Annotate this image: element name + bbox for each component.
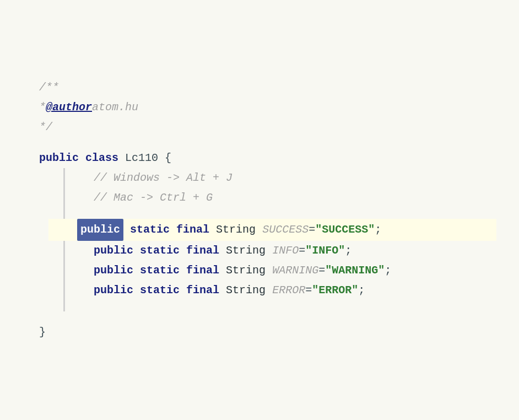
error-eq: = [305, 281, 312, 300]
error-varname: ERROR [272, 281, 305, 300]
error-line: public static final String ERROR = "ERRO… [65, 281, 480, 300]
success-eq: = [309, 220, 315, 240]
success-line: public static final String SUCCESS = "SU… [48, 219, 496, 241]
error-type: String [226, 281, 266, 300]
class-public-keyword: public [39, 148, 79, 168]
comment-open: /** [39, 78, 59, 98]
warning-value: "WARNING" [325, 261, 385, 281]
comment-author-value: atom.hu [92, 98, 138, 117]
info-final-keyword: final [186, 241, 219, 261]
success-value: "SUCCESS" [315, 220, 375, 240]
info-static-keyword: static [140, 241, 180, 261]
comment-mac-line: // Mac -> Ctrl + G [65, 188, 480, 208]
comment-open-line: /** [39, 78, 480, 98]
info-public-keyword: public [94, 241, 133, 261]
info-varname: INFO [272, 241, 299, 261]
empty-line-3 [65, 300, 480, 311]
comment-author-line: * @author atom.hu [39, 98, 480, 117]
warning-eq: = [318, 261, 325, 281]
info-eq: = [299, 241, 305, 261]
warning-type: String [226, 261, 266, 281]
info-value: "INFO" [305, 241, 345, 261]
comment-close-line: */ [39, 117, 480, 137]
warning-static-keyword: static [140, 261, 180, 281]
success-final-keyword: final [176, 220, 209, 240]
info-line: public static final String INFO = "INFO"… [65, 241, 480, 261]
success-public-keyword: public [77, 219, 123, 241]
comment-windows-line: // Windows -> Alt + J [65, 168, 480, 188]
comment-author-tag: @author [46, 98, 92, 117]
class-declaration-line: public class Lc110 { [39, 148, 480, 168]
empty-line-4 [39, 311, 480, 322]
error-semi: ; [358, 281, 365, 300]
class-name: Lc110 [125, 148, 158, 168]
error-final-keyword: final [186, 281, 219, 300]
comment-windows: // Windows -> Alt + J [94, 168, 233, 188]
success-type: String [216, 220, 256, 240]
error-public-keyword: public [94, 281, 133, 300]
comment-author-prefix: * [39, 98, 46, 117]
comment-mac: // Mac -> Ctrl + G [94, 188, 213, 208]
warning-public-keyword: public [94, 261, 133, 281]
error-value: "ERROR" [312, 281, 358, 300]
code-editor: /** * @author atom.hu */ public class Lc… [23, 56, 496, 364]
empty-line-1 [39, 137, 480, 148]
class-close-line: } [39, 322, 480, 342]
class-close-brace: } [39, 322, 46, 342]
warning-final-keyword: final [186, 261, 219, 281]
comment-close: */ [39, 117, 52, 137]
class-body-block: // Windows -> Alt + J // Mac -> Ctrl + G… [63, 168, 480, 311]
warning-semi: ; [385, 261, 391, 281]
info-type: String [226, 241, 266, 261]
info-semi: ; [345, 241, 352, 261]
success-semi: ; [375, 220, 381, 240]
error-static-keyword: static [140, 281, 180, 300]
class-open-brace: { [165, 148, 171, 168]
warning-line: public static final String WARNING = "WA… [65, 261, 480, 281]
warning-varname: WARNING [272, 261, 318, 281]
success-varname: SUCCESS [262, 220, 309, 240]
success-static-keyword: static [130, 220, 170, 240]
empty-line-2 [65, 208, 480, 219]
class-class-keyword: class [85, 148, 118, 168]
